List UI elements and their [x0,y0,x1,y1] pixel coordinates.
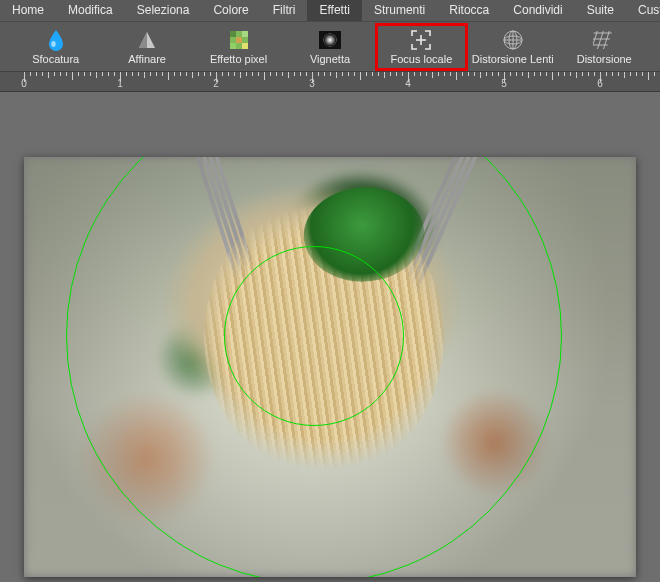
menu-condividi[interactable]: Condividi [501,0,574,21]
ruler-tick [90,72,91,76]
svg-rect-5 [242,31,248,37]
menu-effetti[interactable]: Effetti [307,0,361,21]
ruler-tick [444,72,445,76]
svg-rect-6 [236,37,242,43]
menu-seleziona[interactable]: Seleziona [125,0,202,21]
tool-label: Vignetta [310,53,350,65]
ruler-tick [360,72,361,80]
tool-label: Sfocatura [32,53,79,65]
ruler-tick [168,72,169,80]
ruler-number: 1 [117,78,123,89]
ruler-tick [432,72,433,78]
ruler-tick [252,72,253,76]
menu-home[interactable]: Home [0,0,56,21]
tool-label: Effetto pixel [210,53,267,65]
menu-modifica[interactable]: Modifica [56,0,125,21]
ruler-tick [342,72,343,76]
ruler-tick [162,72,163,76]
pixel-button[interactable]: Effetto pixel [193,24,284,70]
menu-strumenti[interactable]: Strumenti [362,0,437,21]
ruler-tick [222,72,223,76]
ruler-tick [612,72,613,76]
ruler-tick [180,72,181,76]
tool-label: Distorsione Lenti [472,53,554,65]
ruler-tick [66,72,67,76]
ruler-tick [150,72,151,76]
ruler-tick [96,72,97,78]
ruler-tick [294,72,295,76]
ruler-tick [564,72,565,76]
canvas-area[interactable] [0,92,660,582]
menu-filtri[interactable]: Filtri [261,0,308,21]
ruler-tick [288,72,289,78]
ruler-number: 6 [597,78,603,89]
ruler-tick [474,72,475,76]
ruler-tick [258,72,259,76]
ruler-tick [570,72,571,76]
ruler-tick [132,72,133,76]
ruler-tick [126,72,127,76]
distort-button[interactable]: Distorsione [559,24,650,70]
svg-point-0 [51,41,55,47]
ruler-tick [486,72,487,76]
localfocus-button[interactable]: Focus locale [376,24,467,70]
ruler-tick [354,72,355,76]
blur-button[interactable]: Sfocatura [10,24,101,70]
lens-button[interactable]: Distorsione Lenti [467,24,558,70]
ruler-tick [240,72,241,78]
ruler-tick [498,72,499,76]
ruler-tick [618,72,619,76]
menu-colore[interactable]: Colore [201,0,260,21]
sharpen-icon [137,29,157,51]
ruler-number: 2 [213,78,219,89]
ruler-tick [318,72,319,76]
sharpen-button[interactable]: Affinare [101,24,192,70]
canvas-image[interactable] [24,157,636,577]
ruler-tick [384,72,385,78]
ruler-tick [546,72,547,76]
ruler-tick [456,72,457,80]
svg-marker-2 [139,32,147,48]
ruler-tick [276,72,277,76]
localfocus-icon [410,29,432,51]
ruler-tick [84,72,85,76]
svg-rect-7 [230,43,236,49]
ruler-number: 0 [21,78,27,89]
ruler-tick [438,72,439,76]
vignette-button[interactable]: Vignetta [284,24,375,70]
ruler-tick [510,72,511,76]
ruler-tick [588,72,589,76]
ruler-tick [186,72,187,76]
ruler-tick [30,72,31,76]
svg-point-11 [323,34,336,47]
menu-suite[interactable]: Suite [575,0,626,21]
effects-toolbar: SfocaturaAffinareEffetto pixelVignettaFo… [0,22,660,72]
pixel-icon [229,29,249,51]
ruler-tick [534,72,535,76]
ruler-tick [516,72,517,76]
ruler-tick [72,72,73,80]
ruler-tick [462,72,463,76]
menu-ritocca[interactable]: Ritocca [437,0,501,21]
ruler-tick [174,72,175,76]
ruler-tick [366,72,367,76]
ruler-tick [642,72,643,76]
ruler-tick [192,72,193,78]
ruler-tick [552,72,553,80]
ruler-tick [210,72,211,76]
ruler-tick [234,72,235,76]
ruler-tick [336,72,337,78]
ruler-tick [540,72,541,76]
ruler-tick [36,72,37,76]
ruler-tick [114,72,115,76]
ruler-tick [480,72,481,78]
ruler-tick [594,72,595,76]
ruler-tick [636,72,637,76]
ruler-tick [414,72,415,76]
menu-cust[interactable]: Cust [626,0,660,21]
ruler-number: 3 [309,78,315,89]
ruler-tick [654,72,655,76]
svg-rect-4 [230,31,236,37]
ruler-tick [624,72,625,78]
ruler-tick [522,72,523,76]
